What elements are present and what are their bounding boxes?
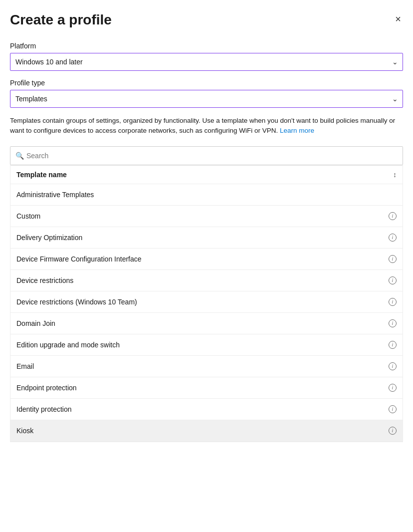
learn-more-link[interactable]: Learn more: [280, 127, 314, 134]
table-row[interactable]: Email i: [10, 356, 403, 377]
close-button[interactable]: ×: [393, 12, 403, 26]
search-input[interactable]: [10, 147, 403, 165]
platform-label: Platform: [10, 42, 403, 50]
panel-title: Create a profile: [10, 12, 112, 28]
table-row[interactable]: Custom i: [10, 206, 403, 227]
template-table: Template name ↕ Administrative Templates…: [10, 165, 403, 442]
info-icon[interactable]: i: [389, 255, 397, 263]
table-header-row: Template name ↕: [10, 165, 403, 184]
info-icon[interactable]: i: [389, 362, 397, 370]
table-row[interactable]: Identity protection i: [10, 399, 403, 420]
search-icon: 🔍: [15, 152, 24, 160]
search-wrapper: 🔍: [10, 146, 403, 165]
table-row[interactable]: Delivery Optimization i: [10, 227, 403, 249]
row-name-delivery-optimization: Delivery Optimization: [16, 234, 386, 242]
table-column-header: Template name: [16, 171, 67, 179]
info-icon[interactable]: i: [389, 212, 397, 220]
info-icon[interactable]: i: [389, 341, 397, 349]
info-icon[interactable]: i: [389, 298, 397, 306]
row-name-device-firmware: Device Firmware Configuration Interface: [16, 255, 386, 263]
row-name-endpoint-protection: Endpoint protection: [16, 384, 386, 392]
table-row[interactable]: Device Firmware Configuration Interface …: [10, 249, 403, 270]
info-icon[interactable]: i: [389, 427, 397, 435]
info-icon[interactable]: i: [389, 384, 397, 392]
info-icon[interactable]: i: [389, 276, 397, 284]
profile-type-select[interactable]: Templates Settings catalog: [10, 90, 403, 108]
info-icon[interactable]: i: [389, 319, 397, 327]
row-name-administrative-templates: Administrative Templates: [16, 191, 397, 199]
platform-select-wrapper: Windows 10 and later iOS/iPadOS Android …: [10, 53, 403, 71]
row-name-custom: Custom: [16, 212, 386, 220]
table-row[interactable]: Edition upgrade and mode switch i: [10, 334, 403, 356]
create-profile-panel: Create a profile × Platform Windows 10 a…: [0, 0, 413, 532]
table-row[interactable]: Endpoint protection i: [10, 377, 403, 399]
info-icon[interactable]: i: [389, 405, 397, 413]
panel-header: Create a profile ×: [10, 12, 403, 28]
row-name-identity-protection: Identity protection: [16, 405, 386, 413]
row-name-email: Email: [16, 362, 386, 370]
table-row[interactable]: Domain Join i: [10, 313, 403, 334]
profile-type-section: Profile type Templates Settings catalog …: [10, 79, 403, 108]
description-text: Templates contain groups of settings, or…: [10, 116, 403, 136]
row-name-device-restrictions: Device restrictions: [16, 276, 386, 284]
platform-section: Platform Windows 10 and later iOS/iPadOS…: [10, 42, 403, 71]
row-name-domain-join: Domain Join: [16, 319, 386, 327]
table-row[interactable]: Device restrictions (Windows 10 Team) i: [10, 291, 403, 313]
profile-type-label: Profile type: [10, 79, 403, 87]
row-name-device-restrictions-team: Device restrictions (Windows 10 Team): [16, 298, 386, 306]
row-name-kiosk: Kiosk: [16, 427, 386, 435]
table-row[interactable]: Kiosk i: [10, 420, 403, 442]
table-row[interactable]: Device restrictions i: [10, 270, 403, 291]
table-row[interactable]: Administrative Templates: [10, 184, 403, 206]
info-icon[interactable]: i: [389, 234, 397, 242]
platform-select[interactable]: Windows 10 and later iOS/iPadOS Android …: [10, 53, 403, 71]
sort-icon[interactable]: ↕: [393, 171, 397, 179]
row-name-edition-upgrade: Edition upgrade and mode switch: [16, 341, 386, 349]
profile-type-select-wrapper: Templates Settings catalog ⌄: [10, 90, 403, 108]
